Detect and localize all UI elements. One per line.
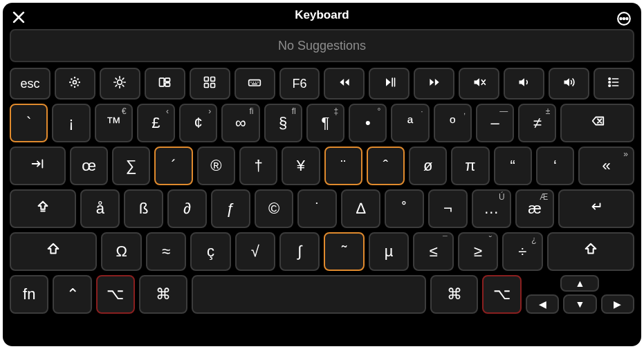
overdot-key[interactable]: ˙	[297, 189, 337, 228]
tilde-key-label: ˜	[342, 243, 347, 261]
mute-key[interactable]	[459, 68, 499, 100]
oslash-key[interactable]: ø	[409, 147, 447, 185]
tilde-key[interactable]: ˜	[324, 232, 364, 271]
not-key[interactable]: ¬	[428, 189, 468, 228]
caret-key-label: ˆ	[383, 157, 388, 175]
cent-key[interactable]: ›¢	[179, 104, 217, 142]
open-quote-key-label: “	[510, 157, 515, 175]
divide-key[interactable]: ¿÷	[502, 232, 542, 271]
greaterequal-key[interactable]: ˘≥	[458, 232, 498, 271]
open-quote-key[interactable]: “	[494, 147, 532, 185]
grave-key-label: `	[26, 114, 31, 132]
grave-key[interactable]: `	[10, 104, 48, 142]
left-option-key[interactable]: ⌥	[96, 275, 135, 314]
volume-up-key[interactable]	[549, 68, 589, 100]
svg-point-16	[609, 84, 611, 86]
tab-key[interactable]	[10, 147, 66, 185]
ring-key[interactable]: ˚	[385, 189, 424, 228]
right-command-key[interactable]: ⌘	[430, 275, 478, 314]
pound-key[interactable]: ‹£	[137, 104, 175, 142]
volume-down-key[interactable]	[504, 68, 544, 100]
registered-key[interactable]: ®	[197, 147, 235, 185]
ordmasc-key[interactable]: ‚º	[434, 104, 472, 142]
fn-key-label: fn	[23, 285, 35, 303]
ordfem-key-label: ª	[407, 114, 413, 132]
control-key-label: ⌃	[66, 285, 79, 303]
endash-key[interactable]: —–	[476, 104, 514, 142]
delete-key[interactable]	[560, 104, 634, 142]
capslock-key[interactable]	[10, 189, 76, 228]
infinity-key-label: ∞	[235, 114, 246, 132]
bullet-key[interactable]: °•	[349, 104, 387, 142]
rewind-key[interactable]	[324, 68, 365, 100]
omega-key[interactable]: Ω	[101, 232, 141, 271]
launchpad-key[interactable]	[190, 68, 230, 100]
forward-icon	[427, 75, 441, 93]
play-pause-key[interactable]	[369, 68, 410, 100]
brightness-down-key[interactable]	[55, 68, 95, 100]
close-quote-key[interactable]: ‘	[536, 147, 574, 185]
lessequal-key[interactable]: ¯≤	[413, 232, 453, 271]
oe-key[interactable]: œ	[70, 147, 108, 185]
right-option-key[interactable]: ⌥	[482, 275, 521, 314]
close-icon[interactable]	[11, 10, 26, 28]
list-key[interactable]	[594, 68, 634, 100]
more-icon[interactable]	[616, 11, 632, 29]
caret-key[interactable]: ˆ	[367, 147, 405, 185]
sigma-key[interactable]: ∑	[112, 147, 150, 185]
right-command-key-label: ⌘	[447, 285, 462, 303]
esc-key[interactable]: esc	[10, 68, 50, 100]
spacebar-key[interactable]	[192, 275, 426, 314]
copyright-key[interactable]: ©	[255, 189, 294, 228]
ellipsis-key[interactable]: Ú…	[472, 189, 511, 228]
arrow-down-key[interactable]: ▼	[563, 294, 596, 314]
mission-control-key[interactable]	[145, 68, 185, 100]
integral-key[interactable]: ∫	[279, 232, 320, 271]
fn-key[interactable]: fn	[10, 275, 48, 314]
left-command-key[interactable]: ⌘	[139, 275, 187, 314]
ae-key[interactable]: Ææ	[515, 189, 555, 228]
trademark-key[interactable]: €™	[95, 104, 133, 142]
right-shift-key[interactable]	[547, 232, 634, 271]
infinity-key[interactable]: ﬁ∞	[221, 104, 259, 142]
delta-key[interactable]: ∆	[341, 189, 380, 228]
arrow-right-key[interactable]: ▶	[601, 294, 634, 314]
brightness-up-key[interactable]	[100, 68, 140, 100]
partial-key[interactable]: ∂	[167, 189, 207, 228]
radical-key[interactable]: √	[235, 232, 275, 271]
dagger-key[interactable]: †	[239, 147, 277, 185]
f6-key[interactable]: F6	[279, 68, 320, 100]
endash-key-hint: —	[499, 106, 508, 116]
approx-key[interactable]: ≈	[146, 232, 186, 271]
ordfem-key[interactable]: ·ª	[391, 104, 429, 142]
guillemet-key[interactable]: »«	[578, 147, 634, 185]
mu-key[interactable]: µ	[369, 232, 409, 271]
left-shift-key[interactable]	[10, 232, 97, 271]
bullet-key-hint: °	[378, 106, 381, 116]
control-key[interactable]: ⌃	[53, 275, 91, 314]
eszett-key[interactable]: ß	[124, 189, 163, 228]
keyboard-light-key[interactable]	[234, 68, 275, 100]
left-shift-icon	[46, 242, 61, 261]
svg-rect-10	[211, 77, 215, 81]
pi-key[interactable]: π	[451, 147, 489, 185]
forward-key[interactable]	[414, 68, 454, 100]
notequal-key[interactable]: ±≠	[518, 104, 556, 142]
paragraph-key[interactable]: ‡¶	[306, 104, 344, 142]
trademark-key-label: ™	[106, 114, 121, 132]
window-title: Keyboard	[295, 8, 349, 22]
inverted-exclamation-key[interactable]: ¡	[52, 104, 90, 142]
acute-key[interactable]: ´	[154, 147, 192, 185]
endash-key-label: –	[490, 114, 499, 132]
home-row: åß∂ƒ©˙∆˚¬Ú…Ææ	[10, 189, 634, 228]
florin-key[interactable]: ƒ	[211, 189, 250, 228]
yen-key[interactable]: ¥	[282, 147, 320, 185]
approx-key-label: ≈	[162, 243, 170, 261]
return-key[interactable]	[558, 189, 634, 228]
aring-key[interactable]: å	[80, 189, 120, 228]
section-key[interactable]: ﬂ§	[264, 104, 302, 142]
ccedil-key[interactable]: ç	[190, 232, 230, 271]
arrow-left-key[interactable]: ◀	[526, 294, 559, 314]
arrow-up-key[interactable]: ▲	[560, 275, 599, 292]
diaeresis-key[interactable]: ¨	[324, 147, 362, 185]
